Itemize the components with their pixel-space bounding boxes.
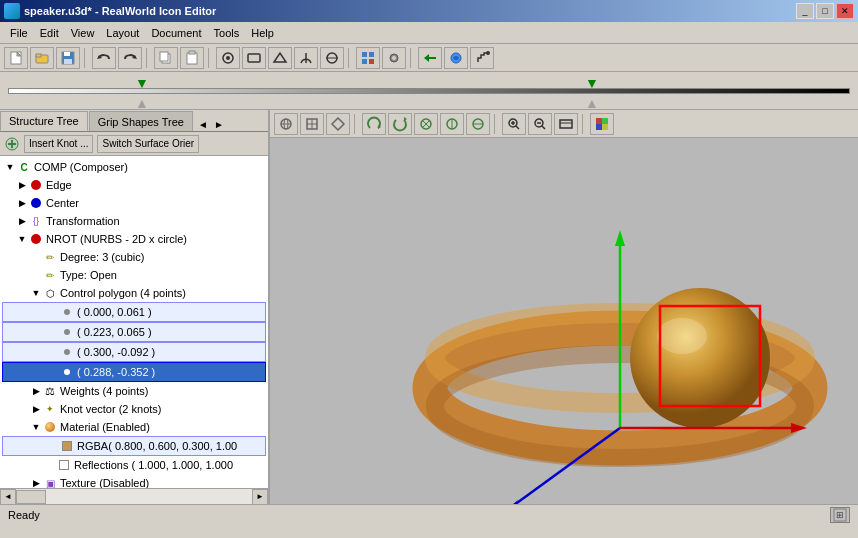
menu-file[interactable]: File: [4, 25, 34, 41]
tree-label-center: Center: [46, 197, 79, 209]
insert-knot-button[interactable]: Insert Knot ...: [24, 135, 93, 153]
gradient-sliderbar: ▼ ▼ ▲ ▲: [0, 72, 858, 110]
app-icon: [4, 3, 20, 19]
extra-button-1[interactable]: [418, 47, 442, 69]
svg-rect-5: [64, 52, 70, 56]
tool5-button[interactable]: [320, 47, 344, 69]
tree-item-texture[interactable]: ▶ ▣ Texture (Disabled): [0, 474, 268, 488]
tree-label-type: Type: Open: [60, 269, 117, 281]
switch-surface-button[interactable]: Switch Surface Orier: [97, 135, 199, 153]
menu-layout[interactable]: Layout: [100, 25, 145, 41]
menu-edit[interactable]: Edit: [34, 25, 65, 41]
tab-structure-tree[interactable]: Structure Tree: [0, 111, 88, 131]
tool3-button[interactable]: [268, 47, 292, 69]
svg-rect-55: [602, 124, 608, 130]
tree-horizontal-scrollbar[interactable]: ◄ ►: [0, 488, 268, 504]
save-button[interactable]: [56, 47, 80, 69]
tree-item-comp[interactable]: ▼ C COMP (Composer): [0, 158, 268, 176]
tree-label-point-2: ( 0.300, -0.092 ): [77, 346, 155, 358]
scroll-right-arrow[interactable]: ►: [252, 489, 268, 505]
tool2-button[interactable]: [242, 47, 266, 69]
tree-label-point-3: ( 0.288, -0.352 ): [77, 366, 155, 378]
scene-svg: [270, 138, 858, 504]
tree-label-comp: COMP (Composer): [34, 161, 128, 173]
nrot-icon: [28, 231, 44, 247]
svg-point-14: [226, 56, 230, 60]
svg-point-24: [392, 56, 396, 60]
menu-view[interactable]: View: [65, 25, 101, 41]
tree-item-point-3[interactable]: ( 0.288, -0.352 ): [2, 362, 266, 382]
tree-item-degree[interactable]: ✏ Degree: 3 (cubic): [0, 248, 268, 266]
tree-item-weights[interactable]: ▶ ⚖ Weights (4 points): [0, 382, 268, 400]
svg-rect-6: [64, 59, 72, 64]
tree-item-material[interactable]: ▼ Material (Enabled): [0, 418, 268, 436]
tab-right-arrow[interactable]: ►: [212, 117, 226, 131]
extra-button-2[interactable]: [444, 47, 468, 69]
left-panel: Structure Tree Grip Shapes Tree ◄ ► Inse…: [0, 110, 270, 504]
tree-item-control-polygon[interactable]: ▼ ⬡ Control polygon (4 points): [0, 284, 268, 302]
scroll-track[interactable]: [16, 489, 252, 505]
tab-grip-shapes-tree[interactable]: Grip Shapes Tree: [89, 111, 193, 131]
vp-view1-button[interactable]: [274, 113, 298, 135]
weights-icon: ⚖: [42, 383, 58, 399]
degree-icon: ✏: [42, 249, 58, 265]
svg-rect-51: [560, 120, 572, 128]
tool4-button[interactable]: [294, 47, 318, 69]
tree-item-knot-vector[interactable]: ▶ ✦ Knot vector (2 knots): [0, 400, 268, 418]
maximize-button[interactable]: □: [816, 3, 834, 19]
redo-button[interactable]: [118, 47, 142, 69]
paste-button[interactable]: [180, 47, 204, 69]
vp-zoom2-button[interactable]: [528, 113, 552, 135]
vp-rot4-button[interactable]: [440, 113, 464, 135]
tree-item-nrot[interactable]: ▼ NROT (NURBS - 2D x circle): [0, 230, 268, 248]
edge-icon: [28, 177, 44, 193]
svg-point-26: [486, 51, 490, 55]
menu-help[interactable]: Help: [245, 25, 280, 41]
extra-button-3[interactable]: [470, 47, 494, 69]
close-button[interactable]: ✕: [836, 3, 854, 19]
tool1-button[interactable]: [216, 47, 240, 69]
add-icon[interactable]: [4, 136, 20, 152]
tree-label-edge: Edge: [46, 179, 72, 191]
tree-item-rgba[interactable]: RGBA( 0.800, 0.600, 0.300, 1.00: [2, 436, 266, 456]
svg-rect-3: [36, 54, 41, 57]
tree-item-point-0[interactable]: ( 0.000, 0.061 ): [2, 302, 266, 322]
tree-item-reflections[interactable]: Reflections ( 1.000, 1.000, 1.000: [0, 456, 268, 474]
tree-item-transformation[interactable]: ▶ {} Transformation: [0, 212, 268, 230]
scroll-left-arrow[interactable]: ◄: [0, 489, 16, 505]
tree-item-point-2[interactable]: ( 0.300, -0.092 ): [2, 342, 266, 362]
minimize-button[interactable]: _: [796, 3, 814, 19]
vp-rot5-button[interactable]: [466, 113, 490, 135]
new-button[interactable]: [4, 47, 28, 69]
menu-document[interactable]: Document: [145, 25, 207, 41]
tab-left-arrow[interactable]: ◄: [196, 117, 210, 131]
tree-label-control-polygon: Control polygon (4 points): [60, 287, 186, 299]
vp-view3-button[interactable]: [326, 113, 350, 135]
menu-tools[interactable]: Tools: [208, 25, 246, 41]
tree-content[interactable]: ▼ C COMP (Composer) ▶ Edge ▶ Center ▶ {}…: [0, 156, 268, 488]
vp-zoom1-button[interactable]: [502, 113, 526, 135]
tree-label-transformation: Transformation: [46, 215, 120, 227]
open-button[interactable]: [30, 47, 54, 69]
tree-item-center[interactable]: ▶ Center: [0, 194, 268, 212]
tree-item-type[interactable]: ✏ Type: Open: [0, 266, 268, 284]
vp-rot2-button[interactable]: [388, 113, 412, 135]
vp-rot3-button[interactable]: [414, 113, 438, 135]
reflections-icon: [56, 457, 72, 473]
vp-color1-button[interactable]: [590, 113, 614, 135]
main-layout: Structure Tree Grip Shapes Tree ◄ ► Inse…: [0, 110, 858, 504]
vp-zoom3-button[interactable]: [554, 113, 578, 135]
titlebar-title: speaker.u3d* - RealWorld Icon Editor: [24, 5, 216, 17]
scroll-thumb[interactable]: [16, 490, 46, 504]
tree-toolbar: Insert Knot ... Switch Surface Orier: [0, 132, 268, 156]
view-button-1[interactable]: [356, 47, 380, 69]
settings-button[interactable]: [382, 47, 406, 69]
undo-button[interactable]: [92, 47, 116, 69]
tree-item-edge[interactable]: ▶ Edge: [0, 176, 268, 194]
vp-view2-button[interactable]: [300, 113, 324, 135]
tree-label-point-1: ( 0.223, 0.065 ): [77, 326, 152, 338]
3d-canvas[interactable]: [270, 138, 858, 504]
tree-item-point-1[interactable]: ( 0.223, 0.065 ): [2, 322, 266, 342]
vp-rot1-button[interactable]: [362, 113, 386, 135]
copy-button[interactable]: [154, 47, 178, 69]
